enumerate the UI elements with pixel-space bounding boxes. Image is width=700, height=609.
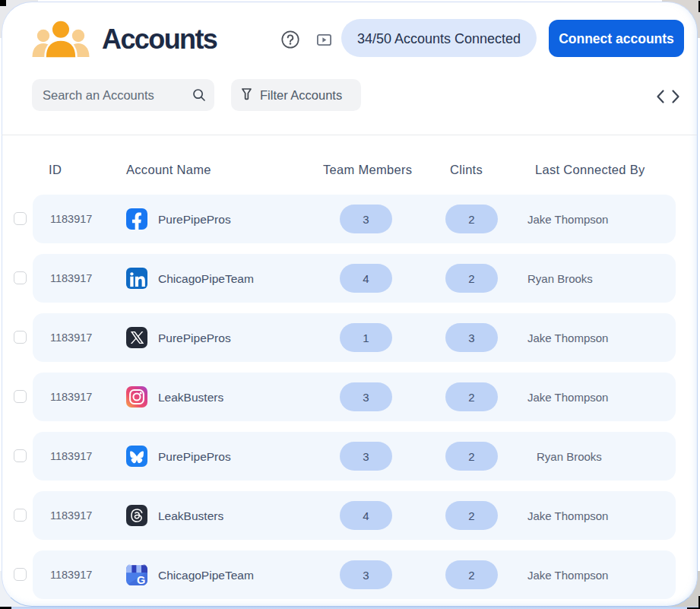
svg-text:G: G (137, 574, 145, 585)
